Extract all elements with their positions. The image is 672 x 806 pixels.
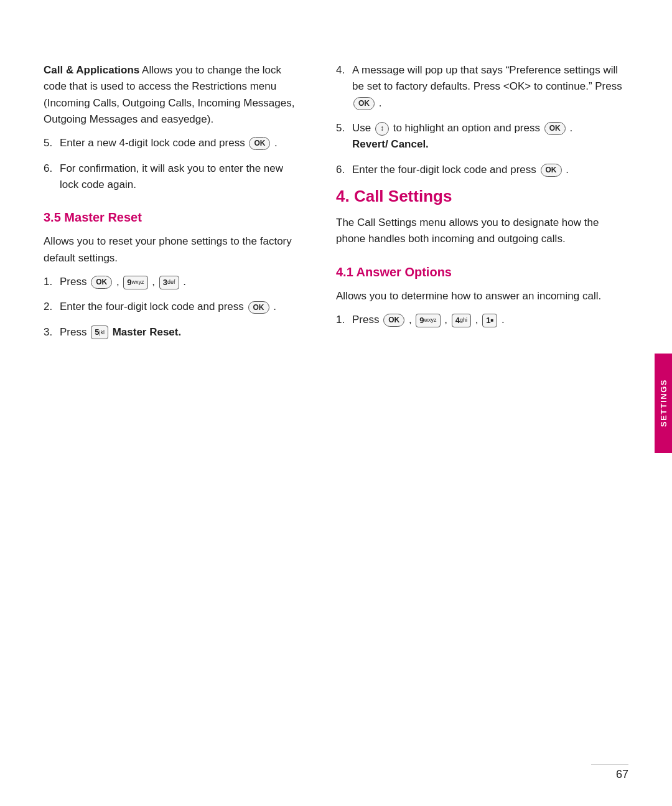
ao-step1-num: 1. [336, 312, 352, 328]
page-container: Settings Call & Applications Allows you … [0, 0, 672, 806]
mr-step2-num: 2. [44, 299, 60, 315]
section-41-heading: 4.1 Answer Options [336, 265, 628, 279]
section-41-desc: Allows you to determine how to answer an… [336, 288, 628, 304]
step4-right-content: A message will pop up that says “Prefere… [352, 62, 628, 111]
revert-cancel-label: Revert/ Cancel. [352, 138, 429, 150]
step-4-right: 4. A message will pop up that says “Pref… [336, 62, 628, 111]
content-area: Call & Applications Allows you to change… [0, 37, 672, 769]
chapter4-heading: 4. Call Settings [336, 187, 628, 206]
mr-step2-content: Enter the four-digit lock code and press… [60, 299, 299, 315]
page-divider [591, 764, 628, 765]
three-key-mr1: 3def [159, 276, 179, 289]
step6-num: 6. [44, 161, 60, 177]
step5-num: 5. [44, 135, 60, 151]
right-column: 4. A message will pop up that says “Pref… [330, 62, 628, 744]
step5-content: Enter a new 4-digit lock code and press … [60, 135, 299, 151]
step-6-right: 6. Enter the four-digit lock code and pr… [336, 162, 628, 178]
step6-content: For confirmation, it will ask you to ent… [60, 161, 299, 194]
mr-step1-num: 1. [44, 274, 60, 290]
section-35-heading: 3.5 Master Reset [44, 210, 299, 225]
call-applications-paragraph: Call & Applications Allows you to change… [44, 62, 299, 128]
ok-key-step6r: OK [541, 164, 562, 177]
nine-key-ao1: 9wxyz [416, 314, 440, 327]
ok-key-step5: OK [249, 137, 270, 150]
call-applications-bold: Call & Applications [44, 64, 139, 76]
step-5-left: 5. Enter a new 4-digit lock code and pre… [44, 135, 299, 151]
step6-right-num: 6. [336, 162, 352, 178]
mr-step3-num: 3. [44, 324, 60, 340]
mr-step-1: 1. Press OK , 9wxyz , 3def . [44, 274, 299, 290]
nav-arrow-icon: ↕ [375, 122, 389, 136]
ok-key-mr2: OK [248, 301, 269, 314]
mr-step-3: 3. Press 5jkl Master Reset. [44, 324, 299, 340]
ao-step-1: 1. Press OK , 9wxyz , 4ghi , 1■ . [336, 312, 628, 328]
nine-key-mr1: 9wxyz [123, 276, 147, 289]
ok-key-step4r: OK [353, 97, 375, 110]
step4-right-num: 4. [336, 62, 352, 78]
sidebar-tab: Settings [655, 354, 672, 453]
chapter4-desc: The Call Settings menu allows you to des… [336, 215, 628, 248]
page-number: 67 [616, 768, 628, 781]
master-reset-desc: Allows you to reset your phone settings … [44, 233, 299, 266]
step5-right-content: Use ↕ to highlight an option and press O… [352, 120, 628, 153]
step5-right-num: 5. [336, 120, 352, 136]
mr-step3-content: Press 5jkl Master Reset. [60, 324, 299, 340]
mr-step1-content: Press OK , 9wxyz , 3def . [60, 274, 299, 290]
master-reset-label: Master Reset. [113, 326, 182, 338]
ok-key-step5r: OK [544, 122, 566, 135]
ao-step1-content: Press OK , 9wxyz , 4ghi , 1■ . [352, 312, 628, 328]
four-key-ao1: 4ghi [452, 314, 471, 327]
one-key-ao1: 1■ [482, 314, 497, 327]
mr-step-2: 2. Enter the four-digit lock code and pr… [44, 299, 299, 315]
step6-right-content: Enter the four-digit lock code and press… [352, 162, 628, 178]
ok-key-mr1: OK [91, 276, 112, 289]
left-column: Call & Applications Allows you to change… [44, 62, 330, 744]
sidebar-tab-label: Settings [659, 379, 668, 427]
step-5-right: 5. Use ↕ to highlight an option and pres… [336, 120, 628, 153]
step-6-left: 6. For confirmation, it will ask you to … [44, 161, 299, 194]
five-key-mr3: 5jkl [91, 326, 108, 339]
ok-key-ao1: OK [383, 314, 404, 327]
